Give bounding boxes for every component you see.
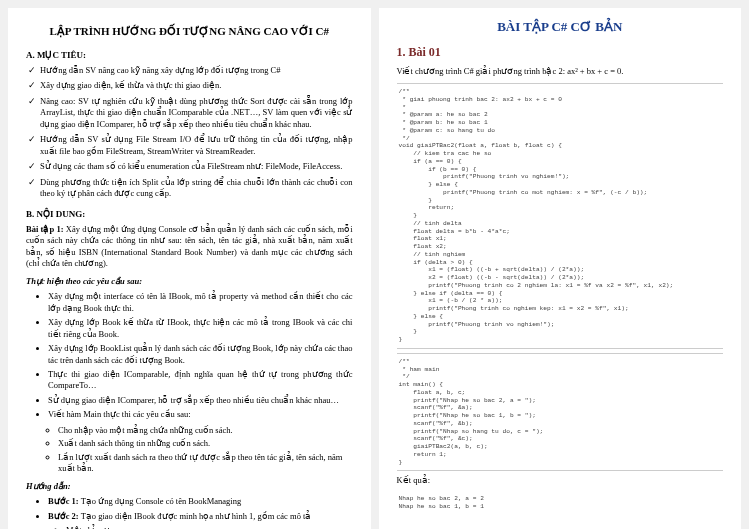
steps-label: Thực hiện theo các yêu cầu sau: — [26, 276, 353, 287]
steps-list: Xây dựng một interface có tên là IBook, … — [26, 291, 353, 421]
goal-item: Dùng phương thức tiện ích Split của lớp … — [40, 177, 353, 200]
bt1-paragraph: Bài tập 1: Xây dựng một ứng dụng Console… — [26, 224, 353, 270]
step-item: Sử dụng giao diện IComparer, hỗ trợ sắp … — [48, 395, 353, 406]
b1-text: Tạo ứng dụng Console có tên BookManaging — [81, 496, 242, 506]
b2-sublist: Một chỉ mục Property Title — [48, 525, 353, 529]
b2-subitem: Một chỉ mục — [66, 525, 353, 529]
section-b-heading: B. NỘI DUNG: — [26, 208, 353, 220]
page-left: LẬP TRÌNH HƯỚNG ĐỐI TƯỢNG NÂNG CAO VỚI C… — [8, 8, 371, 529]
bt1-text: Xây dựng một ứng dụng Console cơ bản quả… — [26, 224, 353, 268]
goal-item: Xây dựng giao diện, kế thừa và thực thi … — [40, 80, 353, 91]
page-right: BÀI TẬP C# CƠ BẢN 1. Bài 01 Viết chương … — [379, 8, 742, 529]
b2-text: Tạo giao diện IBook được minh họa như hì… — [81, 511, 312, 521]
output-block: Nhap he so bac 2, a = 2 Nhap he so bac 1… — [397, 491, 724, 515]
substep-item: Lần lượt xuất danh sách ra theo thứ tự đ… — [58, 452, 353, 475]
guide-step: Bước 2: Tạo giao diện IBook được minh họ… — [48, 511, 353, 529]
step-item: Xây dựng một interface có tên là IBook, … — [48, 291, 353, 314]
goal-item: Sử dụng các tham số có kiểu enumeration … — [40, 161, 353, 172]
b1-label: Bước 1: — [48, 496, 79, 506]
substep-item: Xuất danh sách thông tin những cuốn sách… — [58, 438, 353, 449]
step-item: Viết hàm Main thực thi các yêu cầu sau: — [48, 409, 353, 420]
goals-list: Hướng dẫn SV nâng cao kỹ năng xây dựng l… — [26, 65, 353, 200]
code-block-1: /** * giai phuong trinh bac 2: ax2 + bx … — [397, 83, 724, 349]
page-title: LẬP TRÌNH HƯỚNG ĐỐI TƯỢNG NÂNG CAO VỚI C… — [26, 24, 353, 39]
bai-title: 1. Bài 01 — [397, 44, 724, 60]
step-item: Xây dựng lớp BookList quản lý danh sách … — [48, 343, 353, 366]
substep-item: Cho nhập vào một mảng chứa những cuốn sá… — [58, 425, 353, 436]
b2-label: Bước 2: — [48, 511, 79, 521]
code-block-2: /** * ham main */ int main() { float a, … — [397, 353, 724, 472]
result-label: Kết quả: — [397, 475, 724, 486]
section-a-heading: A. MỤC TIÊU: — [26, 49, 353, 61]
goal-item: Hướng dẫn SV nâng cao kỹ năng xây dựng l… — [40, 65, 353, 76]
main-substeps: Cho nhập vào một mảng chứa những cuốn sá… — [26, 425, 353, 475]
goal-item: Nâng cao: SV tự nghiên cứu kỹ thuật dùng… — [40, 96, 353, 130]
bt1-label: Bài tập 1: — [26, 224, 64, 234]
guide-heading: Hướng dẫn: — [26, 481, 353, 492]
step-item: Thực thi giao diện IComparable, định ngh… — [48, 369, 353, 392]
exercise-header: BÀI TẬP C# CƠ BẢN — [397, 18, 724, 36]
step-item: Xây dựng lớp Book kế thừa từ IBook, thực… — [48, 317, 353, 340]
guide-list: Bước 1: Tạo ứng dụng Console có tên Book… — [26, 496, 353, 529]
guide-step: Bước 1: Tạo ứng dụng Console có tên Book… — [48, 496, 353, 507]
goal-item: Hướng dẫn SV sử dụng File Stream I/O để … — [40, 134, 353, 157]
bai-desc: Viết chương trình C# giải phương trình b… — [397, 66, 724, 77]
